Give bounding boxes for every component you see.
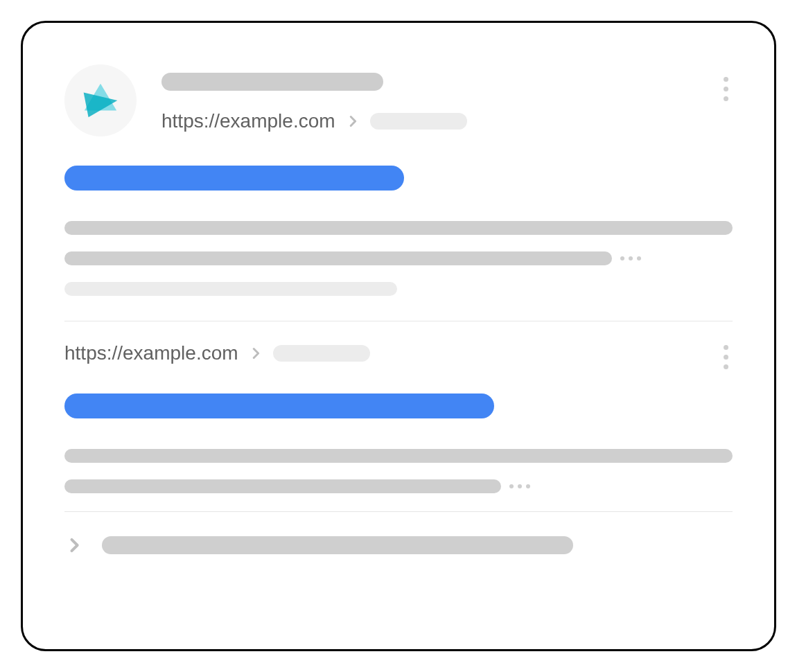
- result-title-link[interactable]: [64, 166, 404, 191]
- result-snippet: [64, 221, 733, 296]
- search-results-card: https://example.com: [21, 21, 776, 651]
- chevron-right-icon: [248, 346, 263, 361]
- breadcrumb-row[interactable]: https://example.com: [64, 342, 370, 364]
- result-title-link[interactable]: [64, 394, 494, 418]
- related-footer-row[interactable]: [64, 536, 733, 555]
- ellipsis-icon: [620, 256, 641, 260]
- snippet-line: [64, 221, 733, 235]
- play-star-icon: [80, 80, 121, 121]
- site-favicon: [64, 64, 137, 136]
- result-snippet: [64, 449, 733, 493]
- chevron-right-icon: [345, 114, 360, 129]
- more-options-button[interactable]: [724, 77, 728, 101]
- snippet-line: [64, 479, 501, 493]
- result-url[interactable]: https://example.com: [161, 110, 335, 132]
- breadcrumb-placeholder: [370, 113, 467, 130]
- result-divider: [64, 321, 733, 321]
- breadcrumb-row[interactable]: https://example.com: [161, 110, 733, 132]
- breadcrumb-placeholder: [273, 345, 370, 362]
- result-header: https://example.com: [64, 64, 733, 136]
- snippet-meta-line: [64, 282, 397, 296]
- chevron-right-icon: [64, 536, 84, 555]
- ellipsis-icon: [509, 484, 530, 488]
- result-header: https://example.com: [64, 342, 733, 364]
- snippet-line: [64, 449, 733, 463]
- search-result-1: https://example.com: [64, 64, 733, 296]
- related-item-placeholder: [102, 536, 573, 554]
- result-divider: [64, 511, 733, 512]
- more-options-button[interactable]: [724, 345, 728, 369]
- snippet-line: [64, 251, 612, 265]
- search-result-2: https://example.com: [64, 342, 733, 555]
- site-name-placeholder: [161, 73, 383, 91]
- result-header-text: https://example.com: [161, 64, 733, 132]
- result-url[interactable]: https://example.com: [64, 342, 238, 364]
